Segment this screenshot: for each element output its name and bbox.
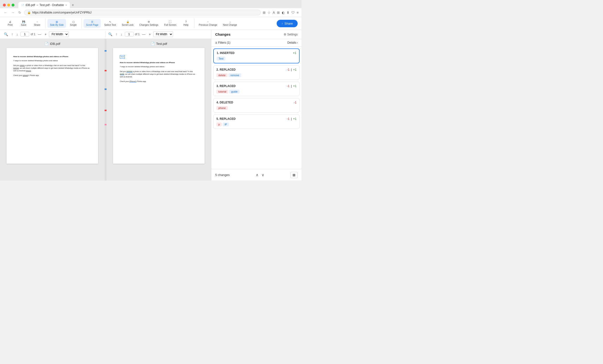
profile-icon[interactable]: A	[273, 11, 275, 14]
full-screen-icon: ⛶	[169, 21, 171, 23]
change-1-tags: Test	[217, 57, 296, 60]
footer-next-btn[interactable]: ∨	[261, 172, 265, 178]
filters-button[interactable]: ⧖ Filters (1)	[215, 41, 230, 44]
changes-title: Changes	[215, 32, 230, 36]
previous-change-button[interactable]: ↑ Previous Change	[197, 19, 220, 28]
test-inserted-label: Test	[120, 55, 125, 59]
apps-icon[interactable]: ⊞	[277, 11, 280, 14]
right-zoom-select[interactable]: Fit Width 50% 75% 100%	[153, 31, 173, 37]
right-filename-text: Test.pdf	[156, 42, 167, 46]
right-remove-word: remove	[127, 70, 133, 72]
change-3-separator: |	[291, 84, 292, 88]
settings-btn[interactable]: ⚙ Settings	[284, 33, 298, 36]
right-down-btn[interactable]: ↓	[120, 31, 123, 37]
details-button[interactable]: Details ›	[287, 41, 298, 44]
download-icon[interactable]: ⬇	[287, 11, 290, 14]
change-2-counts: -1 | +1	[287, 68, 296, 71]
new-tab-button[interactable]: +	[70, 2, 76, 8]
scroll-page-button[interactable]: ☰ Scroll Page	[84, 19, 101, 28]
right-search-btn[interactable]: 🔍	[107, 31, 113, 37]
address-bar[interactable]: 🔒 https://draftable.com/compare/yeUnFZYt…	[24, 10, 261, 15]
footer-nav: ∧ ∨	[255, 172, 265, 178]
minimize-traffic-light[interactable]	[7, 4, 10, 7]
change-5-separator: |	[291, 117, 292, 120]
left-zoom-out-btn[interactable]: —	[37, 31, 42, 37]
star-icon[interactable]: ☆	[267, 11, 271, 14]
right-up-btn[interactable]: ↑	[115, 31, 118, 37]
right-toolbar-half: 🔍 ↑ ↓ of 1 — + Fit Width 50% 75% 100%	[107, 31, 209, 37]
forward-button[interactable]: →	[10, 10, 15, 15]
footer-prev-btn[interactable]: ∧	[255, 172, 260, 178]
full-screen-button[interactable]: ⛶ Full Screen	[162, 19, 179, 28]
right-page-input[interactable]	[125, 32, 134, 37]
select-text-button[interactable]: ↖ Select Text	[102, 19, 118, 28]
change-settings-label: Changes Settings	[139, 24, 158, 26]
share-btn-label: Share	[284, 22, 293, 25]
print-button[interactable]: 🖨 Print	[4, 19, 16, 28]
left-doc-page: How to recover deleted WhatsApp photos a…	[7, 48, 98, 164]
browser-nav: ← → ↻ 🔒 https://draftable.com/compare/ye…	[0, 8, 302, 17]
sync-icon[interactable]: ◐	[282, 11, 285, 14]
left-zoom-select[interactable]: Fit Width 50% 75% 100% 125% 150%	[49, 31, 69, 37]
details-chevron-icon: ›	[297, 41, 298, 44]
tab-close-btn[interactable]: ×	[65, 4, 67, 7]
change-2-header: 2. REPLACED -1 | +1	[216, 68, 296, 71]
change-3-count-pos: +1	[293, 84, 296, 88]
left-zoom-in-btn[interactable]: +	[44, 31, 47, 37]
change-3-tags: tutorial guide	[216, 90, 296, 94]
share-button-toolbar[interactable]: ↑ Share	[31, 19, 43, 28]
next-change-button[interactable]: ↓ Next Change	[220, 19, 239, 28]
filter-icon: ⧖	[215, 41, 217, 44]
menu-icon[interactable]: ≡	[297, 11, 299, 14]
side-by-side-button[interactable]: ▥ Side By Side	[47, 19, 66, 28]
right-filename: 📄 Test.pdf	[151, 42, 167, 46]
left-up-btn[interactable]: ↑	[10, 31, 14, 37]
separator-1	[45, 19, 46, 28]
left-page-input[interactable]	[21, 32, 29, 37]
change-2-label: 2. REPLACED	[216, 68, 235, 71]
left-down-btn[interactable]: ↓	[15, 31, 19, 37]
change-settings-button[interactable]: ⚙ Changes Settings	[137, 19, 161, 28]
tab-bar: 📄 iDB.pdf → Test.pdf - Draftable × +	[18, 2, 299, 8]
change-card-5[interactable]: 5. REPLACED -1 | +1 p iP	[213, 115, 300, 129]
security-icon: 🔒	[27, 11, 31, 14]
change-card-1[interactable]: 1. INSERTED +1 Test	[213, 48, 300, 63]
reload-button[interactable]: ↻	[17, 10, 22, 15]
back-button[interactable]: ←	[3, 10, 8, 15]
left-doc-toolbar: 🔍 ↑ ↓ of 1 — + Fit Width 50% 75% 100% 12…	[0, 30, 211, 39]
separator-3	[194, 19, 195, 28]
settings-gear-icon: ⚙	[284, 33, 286, 36]
change-4-count-neg: -1	[294, 101, 296, 104]
change-5-tag-p: p	[216, 122, 222, 126]
extensions-icon[interactable]: ⊞	[263, 11, 266, 14]
change-settings-icon: ⚙	[148, 21, 150, 23]
left-search-btn[interactable]: 🔍	[3, 31, 9, 37]
right-doc-title: How to recover deleted WhatsApp photos a…	[120, 61, 198, 64]
save-icon: 💾	[22, 21, 25, 23]
scroll-indicator	[104, 39, 106, 181]
change-3-counts: -1 | +1	[287, 84, 296, 88]
next-change-label: Next Change	[223, 24, 237, 26]
active-tab[interactable]: 📄 iDB.pdf → Test.pdf - Draftable ×	[18, 2, 70, 8]
help-label: Help	[183, 24, 188, 26]
scroll-lock-button[interactable]: 🔒 Scroll Lock	[119, 19, 136, 28]
help-button[interactable]: ? Help	[180, 19, 192, 28]
maximize-traffic-light[interactable]	[12, 4, 14, 7]
right-pdf-icon: 📄	[151, 42, 155, 46]
save-button[interactable]: 💾 Save	[17, 19, 30, 28]
left-phone-footer: phone	[23, 74, 28, 76]
scroll-page-label: Scroll Page	[86, 24, 98, 26]
single-button[interactable]: ▢ Single	[67, 19, 80, 28]
right-zoom-in-btn[interactable]: +	[148, 31, 152, 37]
scroll-lock-icon: 🔒	[126, 21, 129, 23]
change-card-2[interactable]: 2. REPLACED -1 | +1 delete remove	[213, 65, 300, 80]
change-card-3[interactable]: 3. REPLACED -1 | +1 tutorial guide	[213, 82, 300, 96]
change-card-4[interactable]: 4. DELETED -1 phone	[213, 98, 300, 113]
share-main-button[interactable]: ↑ Share	[277, 20, 298, 27]
right-zoom-out-btn[interactable]: —	[141, 31, 147, 37]
change-1-tag-test: Test	[217, 57, 225, 60]
close-traffic-light[interactable]	[3, 4, 6, 7]
sidebar-view-toggle[interactable]: ⊞	[290, 172, 298, 178]
left-tutorial-word: tutorial	[13, 67, 19, 69]
shield-icon[interactable]: 🛡	[291, 11, 295, 14]
